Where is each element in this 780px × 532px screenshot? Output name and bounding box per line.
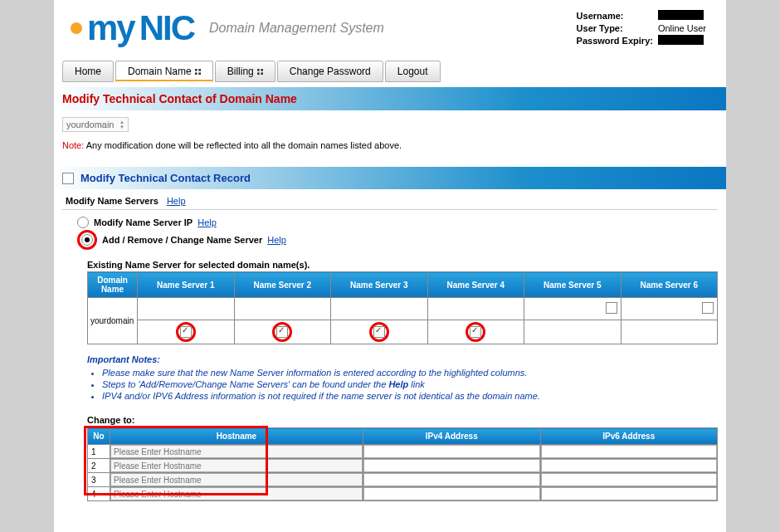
highlight-circle-icon: [77, 230, 97, 250]
important-notes-heading: Important Notes:: [87, 354, 160, 364]
important-notes: Important Notes: Please make sure that t…: [87, 354, 718, 401]
user-info: Username: User Type: Online User Passwor…: [573, 8, 709, 48]
hostname-input-4[interactable]: [110, 487, 363, 500]
section-checkbox[interactable]: [62, 173, 74, 184]
highlight-circle-icon: [272, 322, 292, 342]
chevron-down-icon: [195, 69, 201, 75]
help-link[interactable]: Help: [267, 235, 286, 245]
col-no: No: [88, 428, 110, 445]
nav-domain-name[interactable]: Domain Name: [115, 61, 213, 82]
svg-rect-7: [261, 72, 263, 75]
section-toggle-bar[interactable]: Modify Technical Contact Record: [54, 167, 726, 189]
note-item: Please make sure that the new Name Serve…: [102, 368, 718, 378]
subsection-header: Modify Name Servers Help: [62, 189, 718, 210]
svg-rect-4: [257, 69, 260, 71]
svg-rect-2: [195, 72, 197, 75]
radio-add-remove-change-label: Add / Remove / Change Name Server: [102, 235, 262, 245]
change-to-table: No Hostname IPv4 Address IPv6 Address 1 …: [87, 427, 718, 501]
hostname-input-1[interactable]: [110, 445, 363, 458]
col-ns3: Name Server 3: [331, 272, 428, 298]
expiry-label: Password Expiry:: [577, 36, 653, 46]
svg-rect-3: [198, 72, 201, 75]
expiry-redacted: [658, 35, 704, 45]
ipv6-input-4[interactable]: [541, 487, 718, 500]
note-label: Note:: [62, 140, 84, 150]
ns1-checkbox[interactable]: [180, 326, 192, 338]
nav-logout[interactable]: Logout: [385, 61, 441, 82]
domain-value: yourdomain: [66, 120, 114, 129]
ipv4-input-3[interactable]: [363, 473, 540, 486]
username-redacted: [658, 10, 704, 20]
ipv6-input-3[interactable]: [541, 473, 718, 486]
ipv4-input-4[interactable]: [363, 487, 540, 500]
help-link[interactable]: Help: [197, 217, 217, 227]
help-link[interactable]: Help: [167, 196, 186, 206]
col-ns6: Name Server 6: [621, 272, 718, 298]
highlight-circle-icon: [466, 322, 485, 342]
svg-rect-1: [198, 69, 201, 71]
col-ns5: Name Server 5: [524, 272, 622, 298]
radio-modify-ip[interactable]: [77, 217, 89, 228]
nav-billing[interactable]: Billing: [215, 61, 275, 82]
cell-domain: yourdomain: [88, 298, 138, 344]
table-row: 3: [88, 473, 718, 487]
ipv6-input-2[interactable]: [541, 459, 718, 472]
col-domain-name: Domain Name: [88, 272, 138, 298]
spinner-down-icon[interactable]: ▼: [119, 124, 124, 129]
table-row: [88, 320, 718, 344]
col-ns1: Name Server 1: [138, 272, 235, 298]
col-ipv6: IPv6 Address: [540, 428, 718, 445]
logo: myNIC Domain Management System: [71, 8, 384, 48]
radio-modify-ip-label: Modify Name Server IP: [94, 217, 193, 227]
usertype-label: User Type:: [577, 23, 623, 33]
ns4-checkbox[interactable]: [470, 326, 481, 338]
domain-selector[interactable]: yourdomain ▲ ▼: [62, 117, 129, 132]
subsection-title: Modify Name Servers: [66, 196, 158, 206]
ns6-checkbox[interactable]: [702, 302, 714, 314]
ns3-checkbox[interactable]: [373, 326, 385, 338]
col-ipv4: IPv4 Address: [363, 428, 541, 445]
highlight-circle-icon: [176, 322, 196, 342]
row-num: 4: [88, 487, 110, 501]
usertype-value: Online User: [656, 23, 708, 33]
svg-rect-5: [261, 69, 263, 71]
svg-rect-0: [195, 69, 197, 71]
col-ns4: Name Server 4: [427, 272, 524, 298]
username-label: Username:: [577, 11, 624, 21]
hostname-input-2[interactable]: [110, 459, 363, 472]
ipv6-input-1[interactable]: [541, 445, 718, 458]
ns2-checkbox[interactable]: [276, 326, 288, 338]
table-row: 2: [88, 459, 718, 473]
logo-text-my: my: [87, 8, 134, 48]
section-title: Modify Technical Contact Record: [80, 172, 251, 184]
main-nav: Home Domain Name Billing Change Password…: [62, 61, 726, 82]
table-row: 4: [88, 487, 718, 501]
ns5-checkbox[interactable]: [606, 302, 617, 314]
logo-dot-icon: [71, 22, 82, 34]
header: myNIC Domain Management System Username:…: [54, 0, 726, 48]
note-item: Steps to 'Add/Remove/Change Name Servers…: [102, 379, 718, 389]
ipv4-input-1[interactable]: [363, 445, 540, 458]
ns-table-caption: Existing Name Server for selected domain…: [87, 260, 718, 270]
radio-add-remove-change[interactable]: [81, 234, 93, 246]
hostname-input-3[interactable]: [110, 473, 363, 486]
tagline: Domain Management System: [209, 21, 384, 36]
row-num: 3: [88, 473, 110, 487]
note-item: IPV4 and/or IPV6 Address information is …: [102, 391, 718, 401]
svg-rect-6: [257, 72, 260, 75]
row-num: 1: [88, 445, 110, 459]
col-hostname: Hostname: [110, 428, 363, 445]
table-row: yourdomain: [88, 298, 718, 320]
ns-option-group: Modify Name Server IP Help Add / Remove …: [77, 217, 726, 250]
nav-change-password[interactable]: Change Password: [277, 61, 383, 82]
highlight-circle-icon: [369, 322, 389, 342]
chevron-down-icon: [257, 69, 263, 75]
note-text: Any modification done will be reflected …: [86, 140, 402, 150]
page-title: Modify Technical Contact of Domain Name: [54, 87, 726, 110]
ipv4-input-2[interactable]: [363, 459, 540, 472]
table-row: 1: [88, 445, 718, 459]
logo-text-nic: NIC: [139, 8, 194, 48]
row-num: 2: [88, 459, 110, 473]
nav-home[interactable]: Home: [62, 61, 114, 82]
note: Note: Any modification done will be refl…: [62, 140, 718, 150]
